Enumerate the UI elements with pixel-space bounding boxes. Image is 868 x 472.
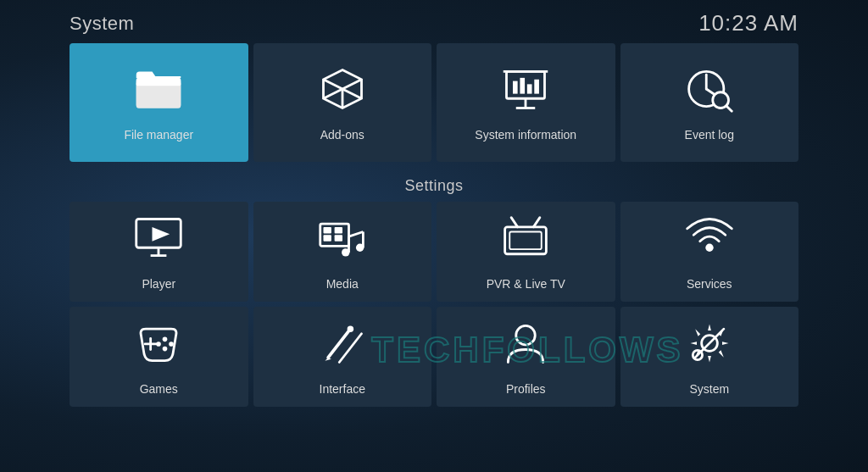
svg-point-34 <box>342 248 349 256</box>
page-title: System <box>70 13 134 35</box>
tile-file-manager-label: File manager <box>124 128 193 142</box>
services-icon <box>684 213 735 270</box>
tile-event-log[interactable]: Event log <box>620 43 799 162</box>
pvr-icon <box>500 213 551 270</box>
interface-icon <box>317 318 368 375</box>
tile-player[interactable]: Player <box>70 202 248 302</box>
svg-rect-30 <box>334 235 342 242</box>
svg-line-38 <box>511 218 518 227</box>
svg-point-45 <box>163 347 168 352</box>
tile-system[interactable]: System <box>620 307 799 407</box>
svg-line-8 <box>342 89 362 98</box>
media-icon <box>317 213 368 270</box>
svg-point-46 <box>156 342 161 347</box>
svg-point-50 <box>347 325 353 332</box>
svg-rect-27 <box>323 227 331 234</box>
settings-header: Settings <box>70 177 798 195</box>
svg-rect-12 <box>527 84 532 93</box>
svg-line-7 <box>323 89 342 98</box>
tile-interface-label: Interface <box>320 382 365 396</box>
tile-system-information-label: System information <box>475 128 576 142</box>
tile-add-ons[interactable]: Add-ons <box>253 43 432 162</box>
profiles-icon <box>500 318 551 375</box>
tile-player-label: Player <box>142 277 175 291</box>
svg-line-32 <box>348 232 363 237</box>
tile-profiles-label: Profiles <box>506 382 546 396</box>
svg-line-39 <box>534 218 541 227</box>
svg-rect-13 <box>535 80 540 94</box>
svg-marker-48 <box>325 358 331 361</box>
svg-rect-29 <box>323 235 331 242</box>
tile-media-label: Media <box>326 277 359 291</box>
svg-line-4 <box>323 80 342 89</box>
settings-row-1: Player Media <box>70 202 798 302</box>
svg-point-51 <box>516 325 536 345</box>
svg-rect-11 <box>520 78 526 94</box>
system-info-icon <box>500 64 551 121</box>
top-tiles-row: File manager Add-ons <box>70 43 798 162</box>
svg-point-43 <box>163 337 168 342</box>
svg-point-44 <box>169 342 174 347</box>
svg-marker-23 <box>153 227 170 242</box>
games-icon <box>133 318 184 375</box>
addons-icon <box>317 64 368 121</box>
tile-profiles[interactable]: Profiles <box>437 307 615 407</box>
settings-row-2: Games Interface <box>70 307 798 407</box>
tile-games-label: Games <box>140 382 178 396</box>
svg-line-21 <box>726 106 732 112</box>
event-log-icon <box>684 64 735 121</box>
tile-system-label: System <box>689 382 729 396</box>
tile-event-log-label: Event log <box>685 128 734 142</box>
tile-games[interactable]: Games <box>70 307 248 407</box>
tile-add-ons-label: Add-ons <box>320 128 364 142</box>
svg-line-5 <box>342 80 362 89</box>
svg-rect-2 <box>136 78 181 86</box>
tile-media[interactable]: Media <box>253 202 432 302</box>
tile-interface[interactable]: Interface <box>253 307 432 407</box>
tile-file-manager[interactable]: File manager <box>70 43 248 162</box>
tile-services-label: Services <box>687 277 732 291</box>
clock: 10:23 AM <box>698 10 798 36</box>
tile-pvr-live-tv[interactable]: PVR & Live TV <box>437 202 615 302</box>
folder-icon <box>133 64 184 121</box>
player-icon <box>133 213 184 270</box>
svg-point-40 <box>705 244 713 252</box>
svg-rect-10 <box>513 81 518 94</box>
tile-pvr-live-tv-label: PVR & Live TV <box>487 277 565 291</box>
app-header: System 10:23 AM <box>70 0 798 43</box>
system-icon <box>684 318 735 375</box>
svg-rect-37 <box>510 232 542 250</box>
tile-services[interactable]: Services <box>620 202 799 302</box>
tile-system-information[interactable]: System information <box>437 43 615 162</box>
svg-rect-28 <box>334 227 342 234</box>
svg-point-35 <box>356 244 364 252</box>
